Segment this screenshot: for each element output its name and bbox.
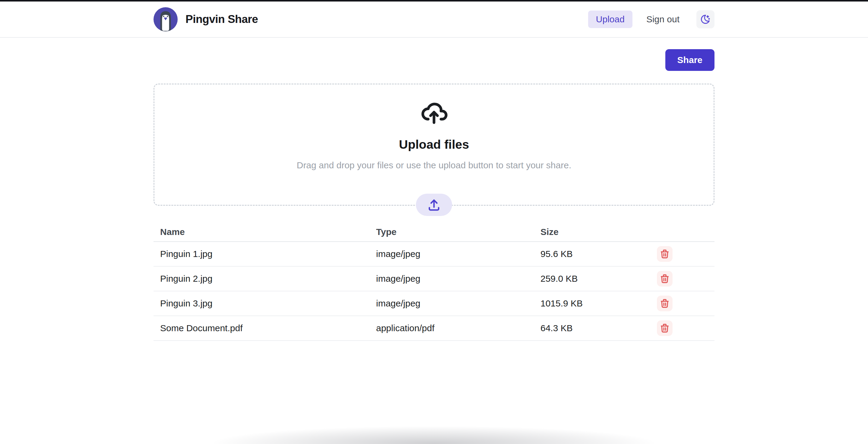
trash-icon xyxy=(660,323,670,333)
file-size: 64.3 KB xyxy=(534,323,642,333)
app-header: Pingvin Share Upload Sign out xyxy=(0,1,868,38)
column-header-size: Size xyxy=(534,227,642,237)
file-size: 95.6 KB xyxy=(534,249,642,259)
column-header-name: Name xyxy=(154,227,369,237)
main-content: Share Upload files Drag and drop your fi… xyxy=(154,49,714,341)
dropzone-subtitle: Drag and drop your files or use the uplo… xyxy=(154,160,714,170)
table-row: Some Document.pdf application/pdf 64.3 K… xyxy=(154,316,714,341)
column-header-type: Type xyxy=(369,227,534,237)
nav-item-upload[interactable]: Upload xyxy=(588,10,632,28)
brand: Pingvin Share xyxy=(154,7,258,31)
file-size: 1015.9 KB xyxy=(534,298,642,309)
delete-file-button[interactable] xyxy=(657,295,673,311)
dropzone-title: Upload files xyxy=(154,137,714,152)
table-row: Pinguin 2.jpg image/jpeg 259.0 KB xyxy=(154,267,714,291)
app-title: Pingvin Share xyxy=(185,13,258,26)
bottom-window-shadow xyxy=(125,419,743,444)
file-type: image/jpeg xyxy=(369,249,534,259)
upload-files-button[interactable] xyxy=(416,194,452,216)
file-table: Name Type Size Pinguin 1.jpg image/jpeg … xyxy=(154,223,714,341)
upload-icon xyxy=(427,198,441,212)
file-name: Pinguin 3.jpg xyxy=(154,298,369,309)
delete-file-button[interactable] xyxy=(657,320,673,336)
file-size: 259.0 KB xyxy=(534,274,642,284)
trash-icon xyxy=(660,249,670,259)
theme-toggle-button[interactable] xyxy=(696,10,714,28)
penguin-logo-icon xyxy=(154,7,178,31)
cloud-upload-icon xyxy=(420,98,448,126)
header-nav: Upload Sign out xyxy=(588,10,714,28)
trash-icon xyxy=(660,298,670,309)
share-button[interactable]: Share xyxy=(665,49,714,71)
table-row: Pinguin 1.jpg image/jpeg 95.6 KB xyxy=(154,242,714,267)
moon-stars-icon xyxy=(700,14,711,25)
delete-file-button[interactable] xyxy=(657,271,673,287)
file-name: Some Document.pdf xyxy=(154,323,369,333)
delete-file-button[interactable] xyxy=(657,246,673,262)
file-name: Pinguin 2.jpg xyxy=(154,274,369,284)
table-row: Pinguin 3.jpg image/jpeg 1015.9 KB xyxy=(154,291,714,316)
file-name: Pinguin 1.jpg xyxy=(154,249,369,259)
trash-icon xyxy=(660,274,670,284)
file-type: application/pdf xyxy=(369,323,534,333)
table-header-row: Name Type Size xyxy=(154,223,714,242)
file-type: image/jpeg xyxy=(369,298,534,309)
upload-dropzone[interactable]: Upload files Drag and drop your files or… xyxy=(154,84,714,206)
nav-item-sign-out[interactable]: Sign out xyxy=(639,10,687,28)
file-type: image/jpeg xyxy=(369,274,534,284)
